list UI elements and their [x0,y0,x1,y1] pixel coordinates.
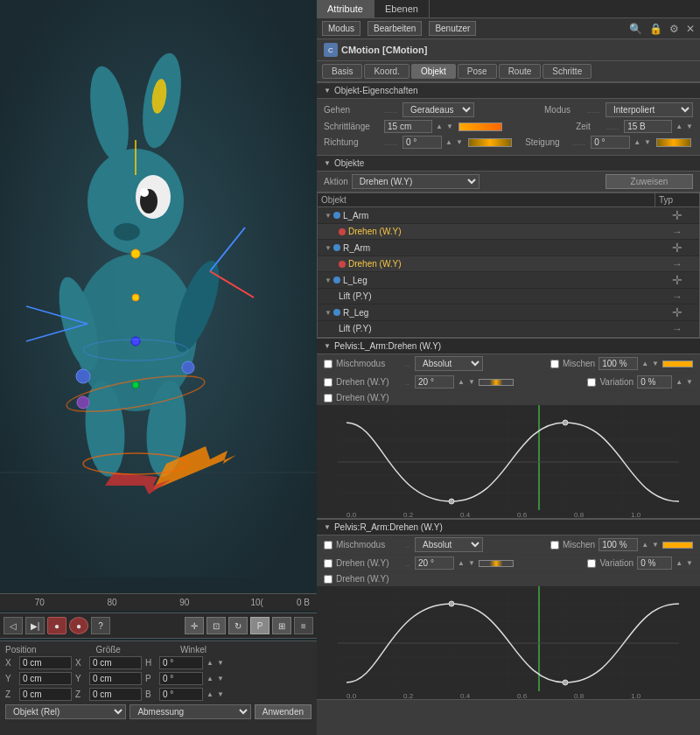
b-input[interactable] [159,688,203,701]
pelvis-r-header[interactable]: ▼ Pelvis:R_Arm:Drehen (W.Y) [317,519,700,536]
pelvis-l-misch-select[interactable]: Absolut [415,356,483,371]
pelvis-r-variation-up[interactable]: ▲ [676,559,682,567]
extra-tool-btn[interactable]: ⊞ [272,617,291,634]
pelvis-r-mischen-up[interactable]: ▲ [641,541,648,549]
aktion-select[interactable]: Drehen (W.Y) [352,174,480,189]
pelvis-l-mischen-up[interactable]: ▲ [641,360,648,368]
pelvis-l-mischen-check[interactable] [550,360,559,368]
scale-tool-btn[interactable]: ⊡ [206,617,226,634]
tree-row-rarm[interactable]: ▼ R_Arm ✛ [318,240,699,256]
pelvis-l-drehen2-check[interactable] [324,394,332,402]
pelvis-l-mischen-slider[interactable] [662,360,693,368]
coord-system-dropdown[interactable]: Objekt (Rel) [5,704,126,719]
tab-schritte[interactable]: Schritte [542,64,592,79]
gy-input[interactable] [89,672,142,685]
zeit-spinner-up[interactable]: ▲ [676,122,682,130]
steigung-input[interactable] [591,136,630,149]
pelvis-r-drehen-check[interactable] [324,559,332,568]
tree-row-rleg[interactable]: ▼ R_Leg ✛ [318,304,699,321]
p-spinner-down[interactable]: ▼ [217,675,224,682]
b-spinner-down[interactable]: ▼ [217,690,224,698]
richtung-slider[interactable] [468,138,512,147]
pelvis-r-variation-input[interactable] [637,556,672,570]
x-input[interactable] [19,656,72,669]
tree-row-drehen-r[interactable]: Drehen (W.Y) → [318,256,699,272]
tree-row-larm[interactable]: ▼ L_Arm ✛ [318,207,699,224]
pelvis-r-drehen2-check[interactable] [324,575,332,584]
gehen-select[interactable]: Geradeaus [402,102,474,117]
tab-pose[interactable]: Pose [458,64,497,79]
p-spinner-up[interactable]: ▲ [206,675,214,682]
zeit-input[interactable] [624,120,672,133]
schrittlaenge-spinner-down[interactable]: ▼ [446,122,453,130]
pelvis-r-drehen-slider[interactable] [479,560,514,567]
pelvis-r-mischen-check[interactable] [550,541,559,550]
steigung-slider[interactable] [656,138,691,147]
pelvis-l-drehen-slider[interactable] [479,379,514,386]
schrittlaenge-spinner-up[interactable]: ▲ [436,122,443,130]
pelvis-l-variation-check[interactable] [587,378,596,387]
pelvis-l-drehen-input[interactable] [415,375,454,388]
steigung-spinner-up[interactable]: ▲ [634,138,640,146]
pelvis-l-variation-up[interactable]: ▲ [676,378,682,386]
help-btn[interactable]: ? [91,617,110,634]
steigung-spinner-down[interactable]: ▼ [644,138,651,146]
timeline-btn[interactable]: ≡ [294,617,313,634]
gz-input[interactable] [89,688,142,701]
h-spinner-up[interactable]: ▲ [206,659,214,667]
pelvis-l-variation-down[interactable]: ▼ [686,378,693,386]
search-icon[interactable]: 🔍 [629,23,642,35]
pelvis-l-variation-input[interactable] [637,375,672,388]
p-input[interactable] [159,672,203,685]
benutzer-btn[interactable]: Benutzer [429,21,476,36]
pelvis-l-drehen-up[interactable]: ▲ [458,378,465,386]
tab-basis[interactable]: Basis [322,64,362,79]
y-input[interactable] [19,672,72,685]
pelvis-r-drehen-input[interactable] [415,556,454,570]
tab-objekt[interactable]: Objekt [411,64,456,79]
pelvis-r-drehen-up[interactable]: ▲ [458,559,465,567]
tree-row-lift-l[interactable]: Lift (P.Y) → [318,289,699,304]
gx-input[interactable] [89,656,142,669]
tab-route[interactable]: Route [499,64,542,79]
pelvis-l-header[interactable]: ▼ Pelvis:L_Arm:Drehen (W.Y) [317,338,700,354]
schrittlaenge-slider[interactable] [458,122,502,131]
settings-icon[interactable]: ⚙ [669,23,679,35]
object-tool-btn[interactable]: P [250,617,270,634]
pelvis-r-mischen-down[interactable]: ▼ [652,541,659,549]
tab-ebenen[interactable]: Ebenen [374,0,430,18]
modus-select[interactable]: Interpoliert [606,102,693,117]
pelvis-l-drehen-check[interactable] [324,378,332,387]
pelvis-r-misch-select[interactable]: Absolut [415,537,483,552]
rotate-tool-btn[interactable]: ↻ [228,617,248,634]
pelvis-r-variation-check[interactable] [587,559,596,568]
measurement-dropdown[interactable]: Abmessung [130,704,250,719]
auto-key-btn[interactable]: ● [69,617,88,634]
pelvis-r-variation-down[interactable]: ▼ [686,559,693,567]
lock-icon[interactable]: 🔒 [649,23,662,35]
tab-koord[interactable]: Koord. [364,64,409,79]
pelvis-r-drehen-down[interactable]: ▼ [468,559,475,567]
richtung-spinner-up[interactable]: ▲ [445,138,452,146]
zeit-spinner-down[interactable]: ▼ [686,122,693,130]
move-tool-btn[interactable]: ✛ [185,617,204,634]
pelvis-l-misch-check[interactable] [324,360,332,368]
b-spinner-up[interactable]: ▲ [206,690,214,698]
record-btn[interactable]: ● [47,617,66,634]
close-icon[interactable]: ✕ [686,23,695,35]
h-spinner-down[interactable]: ▼ [217,659,224,667]
pelvis-r-misch-check[interactable] [324,541,332,550]
pelvis-l-mischen-down[interactable]: ▼ [652,360,659,368]
richtung-spinner-down[interactable]: ▼ [456,138,463,146]
pelvis-l-mischen-input[interactable] [598,357,638,370]
prev-keyframe-btn[interactable]: ◁ [4,617,23,634]
pelvis-l-drehen-down[interactable]: ▼ [468,378,475,386]
tree-row-drehen-l[interactable]: Drehen (W.Y) → [318,224,699,240]
bearbeiten-btn[interactable]: Bearbeiten [368,21,422,36]
modus-btn[interactable]: Modus [322,21,360,36]
zuweisen-btn[interactable]: Zuweisen [606,174,693,189]
richtung-input[interactable] [402,136,442,149]
pelvis-r-mischen-slider[interactable] [662,542,693,549]
apply-button[interactable]: Anwenden [255,704,312,719]
tree-row-lift-r[interactable]: Lift (P.Y) → [318,321,699,337]
